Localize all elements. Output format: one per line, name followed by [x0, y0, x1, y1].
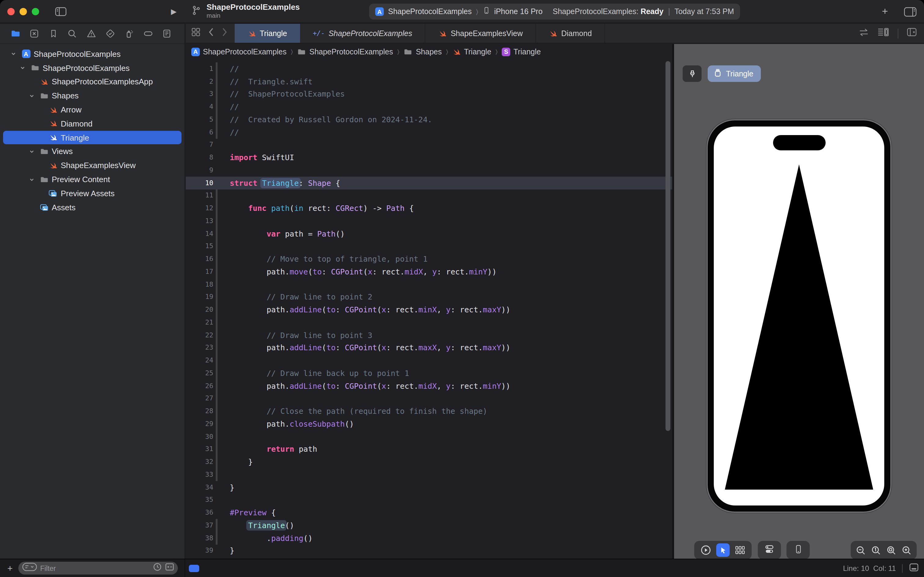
line-number[interactable]: 28	[186, 407, 213, 415]
minimize-window-button[interactable]	[19, 8, 27, 15]
code-line-20[interactable]: 20 path.addLine(to: CGPoint(x: rect.minX…	[186, 303, 672, 316]
fold-ribbon[interactable]	[216, 189, 222, 202]
line-number[interactable]: 22	[186, 331, 213, 339]
fold-ribbon[interactable]	[216, 405, 222, 418]
project-navigator-folder-icon[interactable]	[9, 27, 21, 40]
fold-ribbon[interactable]	[216, 265, 222, 278]
code-line-35[interactable]: 35	[186, 493, 672, 506]
go-forward-icon[interactable]	[222, 27, 227, 39]
fold-ribbon[interactable]	[216, 227, 222, 240]
fold-ribbon[interactable]	[216, 481, 222, 494]
device-orientation-button[interactable]	[787, 541, 810, 559]
line-number[interactable]: 34	[186, 483, 213, 491]
code-line-6[interactable]: 6//	[186, 126, 672, 139]
tests-icon[interactable]	[104, 27, 116, 40]
code-line-18[interactable]: 18	[186, 278, 672, 291]
line-number[interactable]: 36	[186, 509, 213, 516]
fold-ribbon[interactable]	[216, 278, 222, 291]
code-line-23[interactable]: 23 path.addLine(to: CGPoint(x: rect.maxX…	[186, 342, 672, 354]
sidebar-item-shapeprotocolexamples[interactable]: AShapeProtocolExamples	[0, 47, 185, 61]
fold-ribbon[interactable]	[216, 468, 222, 481]
device-settings-button[interactable]	[758, 541, 781, 559]
line-number[interactable]: 38	[186, 534, 213, 542]
line-number[interactable]: 20	[186, 306, 213, 314]
line-number[interactable]: 18	[186, 280, 213, 288]
source-control-icon[interactable]	[28, 27, 40, 40]
fold-ribbon[interactable]	[216, 202, 222, 215]
editor-options-icon[interactable]	[877, 27, 889, 39]
code-line-8[interactable]: 8import SwiftUI	[186, 151, 672, 164]
run-destination[interactable]: iPhone 16 Pro	[494, 7, 542, 16]
code-line-10[interactable]: 10struct Triangle: Shape {	[186, 177, 672, 190]
code-line-39[interactable]: 39}	[186, 544, 672, 557]
toggle-right-sidebar-icon[interactable]	[904, 6, 917, 17]
sidebar-item-preview-assets[interactable]: Preview Assets	[0, 187, 185, 200]
code-line-27[interactable]: 27	[186, 392, 672, 405]
run-button[interactable]: ▶	[171, 7, 177, 16]
code-line-19[interactable]: 19 // Draw line to point 2	[186, 291, 672, 303]
line-number[interactable]: 12	[186, 204, 213, 212]
zoom-actual-size-icon[interactable]	[869, 543, 883, 557]
fold-ribbon[interactable]	[216, 113, 222, 126]
line-number[interactable]: 39	[186, 547, 213, 555]
recent-files-clock-icon[interactable]	[153, 562, 162, 574]
code-line-30[interactable]: 30	[186, 430, 672, 443]
code-line-37[interactable]: 37 Triangle()	[186, 519, 672, 532]
add-editor-icon[interactable]	[907, 27, 917, 39]
fold-ribbon[interactable]	[216, 303, 222, 316]
sidebar-item-shapeprotocolexamplesapp[interactable]: ShapeProtocolExamplesApp	[0, 75, 185, 89]
chevron-down-icon[interactable]	[28, 176, 36, 182]
code-line-7[interactable]: 7	[186, 139, 672, 151]
breakpoint-indicator[interactable]	[189, 564, 199, 572]
breadcrumb-item-4[interactable]: STriangle	[502, 47, 541, 56]
breadcrumb-item-1[interactable]: ShapeProtocolExamples	[297, 47, 393, 56]
pin-preview-button[interactable]	[683, 65, 702, 82]
line-number[interactable]: 2	[186, 77, 213, 85]
code-line-1[interactable]: 1//	[186, 62, 672, 75]
debug-icon[interactable]	[123, 27, 135, 40]
line-number[interactable]: 37	[186, 521, 213, 529]
filter-menu-icon[interactable]	[22, 562, 37, 574]
code-line-29[interactable]: 29 path.closeSubpath()	[186, 417, 672, 430]
code-line-33[interactable]: 33	[186, 468, 672, 481]
sidebar-item-views[interactable]: Views	[0, 145, 185, 159]
tab-triangle[interactable]: Triangle	[235, 24, 300, 43]
breakpoints-icon[interactable]	[142, 27, 154, 40]
fold-ribbon[interactable]	[216, 126, 222, 139]
fold-ribbon[interactable]	[216, 342, 222, 354]
fold-ribbon[interactable]	[216, 88, 222, 100]
line-number[interactable]: 25	[186, 369, 213, 377]
code-line-12[interactable]: 12 func path(in rect: CGRect) -> Path {	[186, 202, 672, 215]
fold-ribbon[interactable]	[216, 316, 222, 329]
line-number[interactable]: 15	[186, 242, 213, 250]
code-line-17[interactable]: 17 path.move(to: CGPoint(x: rect.midX, y…	[186, 265, 672, 278]
line-number[interactable]: 26	[186, 382, 213, 390]
fold-ribbon[interactable]	[216, 100, 222, 113]
fold-ribbon[interactable]	[216, 62, 222, 75]
code-line-11[interactable]: 11	[186, 189, 672, 202]
code-line-3[interactable]: 3// ShapeProtocolExamples	[186, 88, 672, 100]
line-number[interactable]: 29	[186, 420, 213, 428]
variants-grid-icon[interactable]	[733, 543, 747, 557]
sidebar-item-preview-content[interactable]: Preview Content	[0, 172, 185, 187]
code-line-34[interactable]: 34}	[186, 481, 672, 494]
breadcrumb-item-2[interactable]: Shapes	[404, 47, 442, 56]
code-line-15[interactable]: 15	[186, 240, 672, 253]
sidebar-item-diamond[interactable]: Diamond	[0, 117, 185, 131]
zoom-window-button[interactable]	[32, 8, 39, 15]
go-back-icon[interactable]	[208, 27, 214, 39]
chevron-down-icon[interactable]	[28, 93, 36, 99]
chevron-down-icon[interactable]	[28, 148, 36, 155]
sidebar-item-assets[interactable]: Assets	[0, 200, 185, 214]
fold-ribbon[interactable]	[216, 392, 222, 405]
code-line-32[interactable]: 32 }	[186, 456, 672, 469]
scheme-selector[interactable]: A ShapeProtocolExamples 〉 iPhone 16 Pro …	[369, 4, 740, 19]
fold-ribbon[interactable]	[216, 493, 222, 506]
line-number[interactable]: 1	[186, 65, 213, 73]
bookmarks-icon[interactable]	[47, 27, 59, 40]
line-number[interactable]: 16	[186, 255, 213, 263]
fold-ribbon[interactable]	[216, 164, 222, 177]
chevron-down-icon[interactable]	[10, 51, 18, 57]
fold-ribbon[interactable]	[216, 519, 222, 532]
line-number[interactable]: 5	[186, 116, 213, 124]
